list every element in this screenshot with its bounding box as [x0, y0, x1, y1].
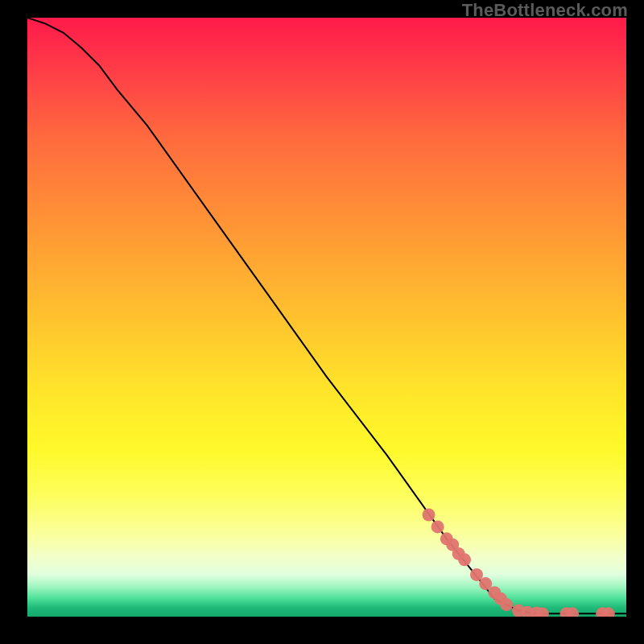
- chart-svg: [27, 18, 626, 617]
- bottleneck-curve: [27, 18, 626, 613]
- data-marker: [458, 553, 471, 566]
- data-marker: [431, 520, 444, 533]
- data-marker: [500, 598, 513, 611]
- chart-frame: [27, 18, 626, 617]
- marker-group: [423, 509, 615, 617]
- data-marker: [423, 509, 436, 522]
